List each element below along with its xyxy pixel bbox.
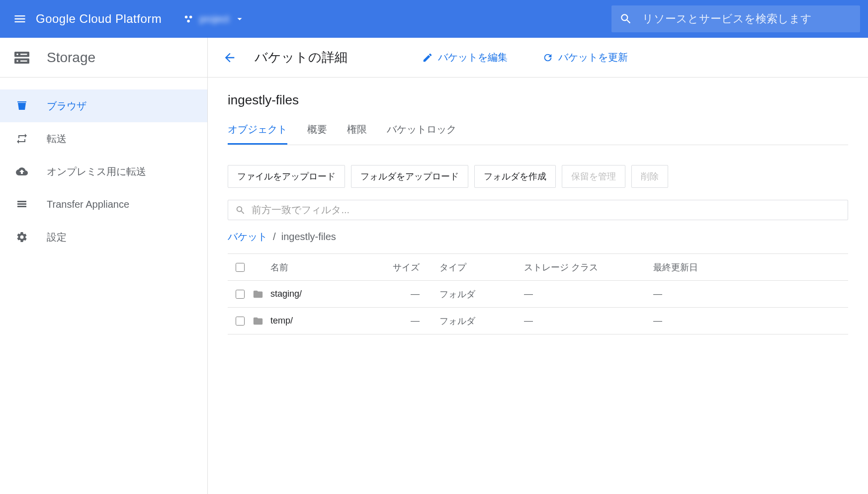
tab-objects[interactable]: オブジェクト: [228, 118, 287, 145]
cloud-upload-icon: [12, 165, 32, 177]
folder-icon: [253, 289, 270, 300]
filter-input[interactable]: [252, 204, 841, 216]
object-table: 名前 サイズ タイプ ストレージ クラス 最終更新日 staging/ — フォ…: [228, 254, 848, 334]
search-input[interactable]: [642, 12, 852, 25]
svg-rect-11: [17, 206, 26, 207]
back-button[interactable]: [220, 48, 240, 68]
service-title: Storage: [47, 50, 95, 66]
sidebar-item-browser[interactable]: ブラウザ: [0, 89, 207, 122]
sidebar-item-transfer-appliance[interactable]: Transfer Appliance: [0, 188, 207, 221]
row-name[interactable]: temp/: [270, 316, 390, 326]
refresh-bucket-button[interactable]: バケットを更新: [527, 51, 638, 64]
topbar: Google Cloud Platform project: [0, 0, 868, 38]
breadcrumb-current: ingestly-files: [281, 231, 336, 242]
sidebar-item-label: 転送: [47, 132, 67, 146]
svg-point-1: [189, 16, 192, 18]
table-row[interactable]: staging/ — フォルダ — —: [228, 281, 848, 308]
sidebar-item-label: 設定: [47, 231, 67, 244]
search-icon: [619, 12, 632, 25]
sidebar-item-label: ブラウザ: [47, 99, 87, 113]
row-size: —: [390, 316, 439, 326]
row-type: フォルダ: [439, 288, 524, 300]
table-row[interactable]: temp/ — フォルダ — —: [228, 308, 848, 334]
svg-point-6: [16, 60, 18, 62]
sidebar-item-transfer[interactable]: 転送: [0, 122, 207, 155]
tab-bucket-lock[interactable]: バケットロック: [387, 118, 456, 145]
gear-icon: [12, 231, 32, 243]
storage-icon: [12, 49, 32, 67]
appliance-icon: [12, 198, 32, 210]
svg-point-5: [16, 53, 18, 55]
edit-bucket-button[interactable]: バケットを編集: [407, 51, 518, 64]
row-name[interactable]: staging/: [270, 289, 390, 299]
col-type[interactable]: タイプ: [439, 261, 524, 273]
tab-overview[interactable]: 概要: [307, 118, 327, 145]
pencil-icon: [422, 52, 433, 63]
svg-rect-10: [17, 203, 26, 205]
select-all-checkbox[interactable]: [236, 263, 245, 272]
page-header: バケットの詳細 バケットを編集 バケットを更新: [208, 38, 868, 78]
col-last-modified[interactable]: 最終更新日: [653, 261, 848, 273]
bucket-icon: [12, 100, 32, 112]
row-type: フォルダ: [439, 315, 524, 327]
create-folder-button[interactable]: フォルダを作成: [474, 165, 556, 188]
service-header: Storage: [0, 38, 207, 78]
transfer-icon: [12, 133, 32, 145]
sidebar: Storage ブラウザ 転送 オンプレミス用に転送: [0, 38, 208, 494]
upload-file-button[interactable]: ファイルをアップロード: [228, 165, 345, 188]
sidebar-item-label: オンプレミス用に転送: [47, 165, 146, 178]
project-name: project: [199, 13, 229, 25]
tabs: オブジェクト 概要 権限 バケットロック: [228, 118, 848, 145]
page-title: バケットの詳細: [250, 49, 357, 66]
breadcrumb-root-link[interactable]: バケット: [228, 231, 267, 242]
breadcrumb: バケット / ingestly-files: [228, 230, 848, 254]
col-name[interactable]: 名前: [270, 261, 390, 273]
folder-icon: [253, 316, 270, 327]
refresh-icon: [542, 52, 553, 63]
project-selector[interactable]: project: [174, 13, 255, 25]
tab-permissions[interactable]: 権限: [347, 118, 367, 145]
search-box[interactable]: [611, 5, 860, 32]
col-size[interactable]: サイズ: [390, 261, 439, 273]
row-size: —: [390, 289, 439, 299]
svg-rect-7: [20, 54, 27, 55]
refresh-bucket-label: バケットを更新: [558, 51, 628, 64]
sidebar-item-onprem-transfer[interactable]: オンプレミス用に転送: [0, 155, 207, 188]
svg-point-0: [185, 16, 188, 18]
upload-folder-button[interactable]: フォルダをアップロード: [351, 165, 468, 188]
hamburger-menu-button[interactable]: [8, 7, 32, 31]
project-icon: [183, 13, 194, 24]
toolbar: ファイルをアップロード フォルダをアップロード フォルダを作成 保留を管理 削除: [228, 165, 848, 188]
svg-rect-8: [20, 60, 27, 61]
main-content: バケットの詳細 バケットを編集 バケットを更新 ingestly-files オ…: [208, 38, 868, 494]
bucket-name: ingestly-files: [228, 92, 848, 108]
row-last-modified: —: [653, 289, 848, 299]
row-last-modified: —: [653, 316, 848, 326]
filter-input-wrap[interactable]: [228, 200, 848, 220]
row-checkbox[interactable]: [236, 290, 245, 299]
edit-bucket-label: バケットを編集: [438, 51, 508, 64]
svg-rect-9: [17, 201, 26, 202]
search-icon: [235, 205, 246, 216]
svg-point-2: [187, 20, 190, 23]
table-header-row: 名前 サイズ タイプ ストレージ クラス 最終更新日: [228, 254, 848, 281]
row-storage-class: —: [524, 289, 653, 299]
sidebar-item-label: Transfer Appliance: [47, 199, 129, 210]
row-storage-class: —: [524, 316, 653, 326]
row-checkbox[interactable]: [236, 317, 245, 326]
sidebar-item-settings[interactable]: 設定: [0, 221, 207, 253]
col-storage-class[interactable]: ストレージ クラス: [524, 261, 653, 273]
manage-holds-button[interactable]: 保留を管理: [562, 165, 625, 188]
nav-list: ブラウザ 転送 オンプレミス用に転送 Transfer Appliance: [0, 78, 207, 253]
product-logo[interactable]: Google Cloud Platform: [32, 12, 174, 26]
delete-button[interactable]: 削除: [631, 165, 668, 188]
chevron-down-icon: [234, 13, 245, 24]
